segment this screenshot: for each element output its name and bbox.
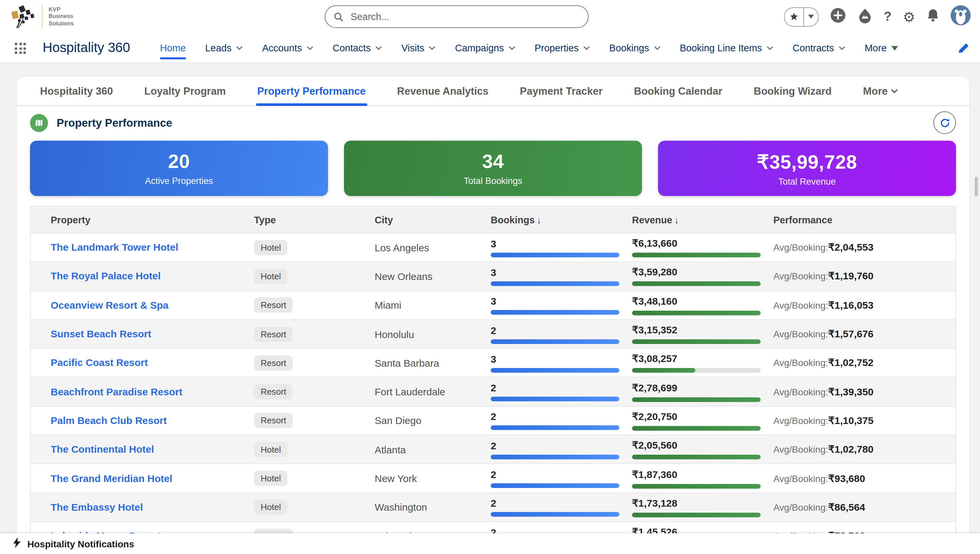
triangle-down-icon[interactable]	[891, 46, 898, 50]
global-add-icon[interactable]	[830, 7, 846, 26]
dashboard-tab[interactable]: Property Performance	[257, 76, 366, 105]
nav-item[interactable]: Bookings	[609, 33, 660, 63]
search-input[interactable]	[349, 11, 579, 23]
nav-item[interactable]: Contacts	[332, 33, 382, 63]
chevron-down-icon[interactable]	[429, 46, 436, 50]
dashboard-tab[interactable]: Hospitality 360	[40, 76, 113, 105]
utility-bar-label[interactable]: Hospitality Notifications	[27, 538, 134, 549]
column-header[interactable]: Performance	[773, 214, 955, 225]
bookings-count: 2	[491, 498, 632, 509]
chevron-down-icon[interactable]	[375, 46, 382, 50]
chevron-down-icon[interactable]	[838, 46, 845, 50]
favorites-dropdown-icon[interactable]	[803, 8, 818, 25]
column-header[interactable]: Type	[254, 214, 375, 225]
property-link[interactable]: Palm Beach Club Resort	[31, 415, 167, 426]
favorites-control[interactable]	[784, 7, 818, 26]
nav-item-label: Contacts	[332, 43, 371, 53]
property-cell: Pacific Coast Resort	[31, 357, 254, 369]
revenue-bar-fill	[632, 310, 760, 315]
property-link[interactable]: Oceanview Resort & Spa	[31, 299, 168, 310]
dashboard-tab[interactable]: More	[863, 76, 898, 105]
avg-booking-value: ₹1,39,350	[828, 386, 873, 397]
bookings-bar-track	[491, 483, 619, 488]
chevron-down-icon[interactable]	[236, 46, 243, 50]
column-header[interactable]: City	[375, 214, 491, 225]
nav-item-label: Properties	[535, 43, 579, 53]
city-cell: Santa Barbara	[375, 357, 491, 369]
avg-booking-value: ₹1,16,053	[828, 299, 873, 310]
app-launcher-icon[interactable]	[15, 43, 26, 54]
revenue-bar-fill	[632, 426, 760, 431]
dashboard-tab[interactable]: Loyalty Program	[144, 76, 226, 105]
column-header[interactable]: Property	[31, 214, 254, 225]
nav-item[interactable]: Properties	[535, 33, 590, 63]
trailhead-icon[interactable]	[857, 8, 872, 25]
favorites-star-icon[interactable]	[784, 8, 803, 25]
property-link[interactable]: The Grand Meridian Hotel	[31, 472, 172, 484]
dashboard-tab[interactable]: Payment Tracker	[520, 76, 603, 105]
bookings-bar-fill	[491, 339, 619, 344]
nav-item[interactable]: Home	[160, 33, 186, 63]
page-scrollbar[interactable]	[975, 177, 978, 197]
nav-item[interactable]: Leads	[205, 33, 243, 63]
property-link[interactable]: The Continental Hotel	[31, 443, 154, 455]
property-link[interactable]: The Landmark Tower Hotel	[31, 241, 178, 253]
avg-booking-value: ₹1,10,375	[828, 415, 873, 426]
avg-booking-label: Avg/Booking:	[773, 444, 828, 455]
bookings-bar-track	[491, 252, 619, 257]
help-icon[interactable]: ?	[884, 10, 891, 24]
sort-descending-icon[interactable]: ↓	[537, 214, 541, 225]
column-header[interactable]: Bookings ↓	[491, 214, 632, 225]
chevron-down-icon[interactable]	[509, 46, 515, 50]
column-header[interactable]: Revenue ↓	[632, 214, 773, 225]
metric-value: 20	[168, 151, 190, 173]
refresh-button[interactable]	[933, 111, 956, 134]
notifications-bell-icon[interactable]	[927, 8, 939, 25]
chevron-down-icon[interactable]	[583, 46, 590, 50]
nav-item[interactable]: Booking Line Items	[680, 33, 773, 63]
property-link[interactable]: Pacific Coast Resort	[31, 357, 148, 368]
bookings-count: 2	[491, 469, 632, 480]
column-header-label: Bookings	[491, 214, 535, 225]
bookings-cell: 2	[491, 382, 632, 401]
section-header: Property Performance	[17, 107, 969, 138]
table-row: Beachfront Paradise Resort Resort Fort L…	[31, 378, 955, 407]
nav-item[interactable]: Campaigns	[455, 33, 515, 63]
sort-descending-icon[interactable]: ↓	[675, 214, 679, 225]
user-avatar[interactable]	[951, 5, 970, 28]
dashboard-tab[interactable]: Booking Calendar	[634, 76, 722, 105]
nav-item[interactable]: More	[865, 33, 898, 63]
revenue-cell: ₹3,48,160	[632, 295, 773, 315]
nav-item-label: Booking Line Items	[680, 43, 762, 53]
revenue-amount: ₹3,48,160	[632, 295, 773, 307]
nav-item[interactable]: Contracts	[793, 33, 845, 63]
nav-item-label: Leads	[205, 43, 231, 53]
type-cell: Hotel	[254, 269, 375, 284]
property-link[interactable]: Sunset Beach Resort	[31, 328, 151, 339]
chevron-down-icon[interactable]	[767, 46, 773, 50]
property-link[interactable]: The Embassy Hotel	[31, 501, 143, 513]
column-header-label: City	[375, 214, 393, 225]
performance-cell: Avg/Booking:₹1,19,760	[773, 270, 955, 282]
chevron-down-icon[interactable]	[307, 46, 313, 50]
avg-booking-label: Avg/Booking:	[773, 329, 828, 339]
table-row: Sunset Beach Resort Resort Honolulu 2 ₹3…	[31, 320, 955, 349]
performance-cell: Avg/Booking:₹86,564	[773, 501, 955, 513]
nav-item[interactable]: Accounts	[262, 33, 313, 63]
global-search[interactable]	[325, 5, 589, 28]
dashboard-tab[interactable]: Booking Wizard	[754, 76, 832, 105]
revenue-bar-track	[632, 513, 760, 517]
property-link[interactable]: The Royal Palace Hotel	[31, 270, 161, 282]
chevron-down-icon[interactable]	[654, 46, 660, 50]
edit-navigation-pencil-icon[interactable]	[957, 43, 969, 57]
nav-item[interactable]: Visits	[401, 33, 436, 63]
bookings-count: 3	[491, 295, 632, 307]
property-link[interactable]: Beachfront Paradise Resort	[31, 386, 182, 397]
city-cell: Miami	[375, 299, 491, 310]
nav-item-label: Bookings	[609, 43, 649, 53]
city-cell: New York	[375, 473, 491, 484]
dashboard-tabs: Hospitality 360 Loyalty Program Property…	[17, 76, 969, 106]
dashboard-tab[interactable]: Revenue Analytics	[397, 76, 488, 105]
home-page-panel: Hospitality 360 Loyalty Program Property…	[17, 76, 969, 554]
setup-gear-icon[interactable]: ⚙	[903, 10, 915, 24]
